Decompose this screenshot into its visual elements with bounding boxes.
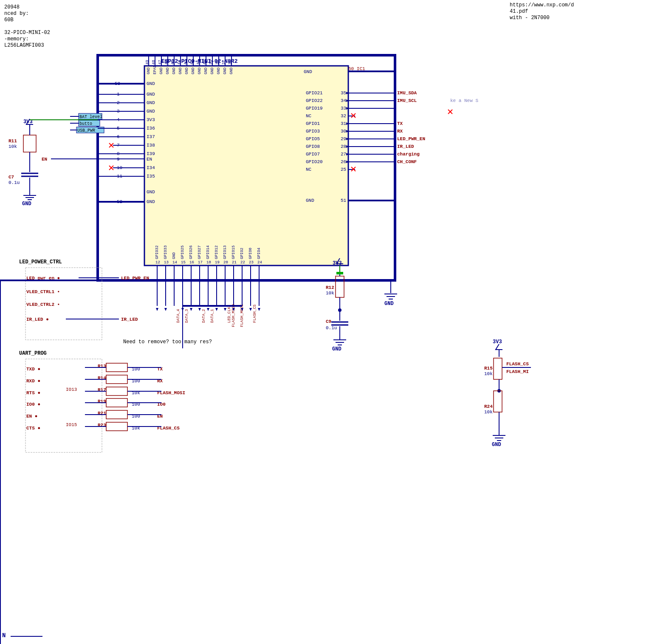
pin8-name: I39 xyxy=(147,151,155,156)
top-pin-gnd40: GND xyxy=(204,68,208,74)
imu-scl-net: IMU_SCL xyxy=(397,98,417,103)
top-pin-gnd37: GND xyxy=(223,68,227,74)
info-line2: nced by: xyxy=(4,11,29,17)
pin53-name: GND xyxy=(147,81,155,86)
pin20-name-rot: GPIO13 xyxy=(223,246,227,259)
pin23-bot: 23 xyxy=(249,260,254,265)
vled-ctrl1-signal: VLED_CTRL1 • xyxy=(26,289,60,294)
pin14-name-rot: GND xyxy=(172,252,176,259)
pin11-name: I35 xyxy=(147,174,155,179)
pin19-bot: 19 xyxy=(215,260,220,265)
pin14-bot: 14 xyxy=(172,260,177,265)
r15-val: 10k xyxy=(484,371,493,376)
data1-net: DATA_1 xyxy=(210,309,214,323)
cts-signal: CTS ● xyxy=(26,426,40,431)
gnd-r24: GND xyxy=(492,442,501,448)
pin33-name: GPIO19 xyxy=(306,106,323,111)
pin24-name-rot: GPIO4 xyxy=(257,248,261,259)
top-pin-gnd39: GND xyxy=(210,68,214,74)
en-signal: EN ● xyxy=(26,414,37,419)
pin25-num: 25 xyxy=(341,167,346,172)
info-line4: 32-PICO-MINI-02 xyxy=(4,30,50,36)
info-url: https://www.nxp.com/d xyxy=(510,2,574,8)
vled-ctrl2-signal: VLED_CTRL2 • xyxy=(26,302,60,307)
r17-ref: R17 xyxy=(98,387,106,393)
pin29-name: GPIO5 xyxy=(306,136,320,141)
info-line5: -memory: xyxy=(4,36,29,42)
right-gnd-top: GND xyxy=(304,69,312,74)
top-pin-gnd47: GND xyxy=(159,68,164,74)
uart-prog-label: UART_PROG xyxy=(19,350,47,356)
pin12-name-rot: GPIO32 xyxy=(155,246,159,259)
pin15-bot: 15 xyxy=(181,260,186,265)
info-line1: 20948 xyxy=(4,4,20,10)
pin34-num: 34 xyxy=(341,98,347,103)
gnd-c9: GND xyxy=(332,346,341,352)
pin51-name: GND xyxy=(306,198,314,203)
pin12-bot: 12 xyxy=(155,260,160,265)
pin16-bot: 16 xyxy=(189,260,194,265)
pin31-num: 31 xyxy=(341,121,347,126)
r21-ref: R21 xyxy=(98,411,106,416)
pin28-name: GPIO8 xyxy=(306,144,320,149)
flash-cs-right: FLASH_CS xyxy=(506,362,529,367)
button-label: butto xyxy=(79,121,92,126)
r12-val: 10k xyxy=(326,291,334,296)
data2-net: DATA_2 xyxy=(202,309,206,323)
top-pin-gnd49: GND xyxy=(147,68,151,74)
top-pin-epad: EPAD xyxy=(153,65,157,74)
pin24-bot: 24 xyxy=(257,260,262,265)
flash-mi-right: FLASH_MI xyxy=(506,369,529,374)
3v3-right: 3V3 xyxy=(493,339,502,345)
pin23-name-rot: GPIO0 xyxy=(248,248,253,259)
pin15-name-rot: GPIO25 xyxy=(181,246,185,259)
pin4-name: 3V3 xyxy=(147,117,155,122)
pin18-bot: 18 xyxy=(206,260,211,265)
top-pin-gnd41: GND xyxy=(198,68,202,74)
bat-level-label: BAT level xyxy=(79,115,102,119)
top-pin-gnd42: GND xyxy=(191,68,195,74)
pin30-name: GPIO3 xyxy=(306,129,320,134)
pin3-name: GND xyxy=(147,109,155,114)
pin22-name-rot: GPIO2 xyxy=(240,248,244,259)
pin17-name-rot: GPIO27 xyxy=(198,246,202,259)
ir-led-net: IR_LED xyxy=(397,144,414,149)
pin51-num: 51 xyxy=(341,198,347,203)
gnd-c7: GND xyxy=(22,201,31,207)
pin30-num: 30 xyxy=(341,129,346,134)
pin9-name: EN xyxy=(147,157,152,162)
txd-signal: TXD ● xyxy=(26,367,40,372)
r12-ref: R12 xyxy=(326,285,334,290)
data4-net: DATA_4 xyxy=(176,309,181,323)
io13-label: IO13 xyxy=(66,387,77,392)
svg-rect-91 xyxy=(336,272,343,274)
io15-label: IO15 xyxy=(66,422,77,427)
pin32-name: NC xyxy=(306,113,312,119)
c9-ref: C9 xyxy=(326,319,331,324)
top-pin-gnd38: GND xyxy=(217,68,221,74)
pin25-name: NC xyxy=(306,167,312,172)
pin10-name: I34 xyxy=(147,165,155,170)
pin22-bot: 22 xyxy=(240,260,245,265)
r13-ref: R13 xyxy=(98,364,106,369)
r23-ref: R23 xyxy=(98,423,106,428)
top-pin-gnd46: GND xyxy=(166,68,170,74)
r11-ref: R11 xyxy=(8,138,17,144)
pin33-num: 33 xyxy=(341,106,346,111)
pin28-num: 28 xyxy=(341,144,346,149)
pin29-num: 29 xyxy=(341,136,346,141)
r19-ref: R19 xyxy=(98,399,106,404)
pin34-name: GPIO22 xyxy=(306,98,323,103)
info-url2: 41.pdf xyxy=(510,8,528,14)
pin21-name-rot: GPIO15 xyxy=(231,246,236,259)
pin32-num: 32 xyxy=(341,113,346,119)
ir-led-net-label: IR_LED xyxy=(121,317,138,322)
pin1-name: GND xyxy=(147,92,155,97)
pin26-name: GPIO20 xyxy=(306,159,323,164)
pin17-bot: 17 xyxy=(198,260,203,265)
pin19-name-rot: GPIO12 xyxy=(214,246,219,259)
led-power-ctrl-label: LED_POWER_CTRL xyxy=(19,259,62,265)
schematic-canvas: 20948 nced by: 60B 32-PICO-MINI-02 -memo… xyxy=(0,0,666,644)
pin35-num: 35 xyxy=(341,90,346,96)
pin16-name-rot: GPIO26 xyxy=(189,246,193,259)
